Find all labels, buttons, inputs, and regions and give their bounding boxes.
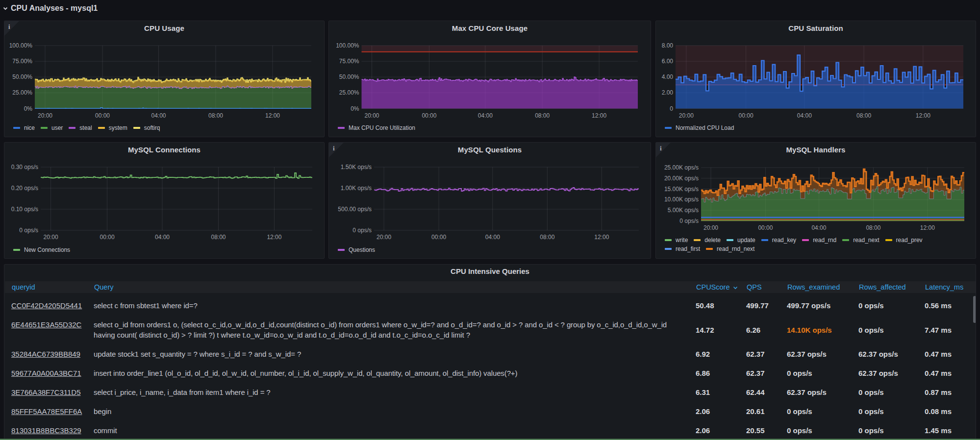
- svg-text:75.00%: 75.00%: [339, 58, 359, 65]
- svg-text:08:00: 08:00: [535, 112, 550, 119]
- svg-text:04:00: 04:00: [485, 234, 500, 241]
- svg-text:20:00: 20:00: [704, 224, 718, 231]
- svg-text:0 ops/s: 0 ops/s: [19, 227, 38, 234]
- svg-text:08:00: 08:00: [208, 112, 223, 119]
- svg-text:08:00: 08:00: [856, 112, 871, 119]
- svg-text:00:00: 00:00: [758, 224, 773, 231]
- svg-text:08:00: 08:00: [540, 234, 554, 241]
- svg-text:04:00: 04:00: [151, 112, 166, 119]
- svg-text:20:00: 20:00: [38, 112, 52, 119]
- svg-text:12:00: 12:00: [592, 112, 606, 119]
- svg-text:12:00: 12:00: [265, 112, 280, 119]
- svg-text:0 ops/s: 0 ops/s: [352, 227, 372, 234]
- svg-text:12:00: 12:00: [594, 234, 609, 241]
- svg-text:0.30 ops/s: 0.30 ops/s: [11, 164, 38, 171]
- svg-text:8.00: 8.00: [662, 42, 674, 49]
- svg-text:25.00%: 25.00%: [339, 89, 359, 96]
- svg-text:75.00%: 75.00%: [12, 58, 32, 65]
- svg-text:20.00K ops/s: 20.00K ops/s: [664, 175, 699, 182]
- svg-text:20:00: 20:00: [377, 234, 391, 241]
- svg-text:0 ops/s: 0 ops/s: [679, 218, 699, 224]
- svg-text:12:00: 12:00: [916, 112, 930, 119]
- svg-text:04:00: 04:00: [797, 112, 812, 119]
- svg-text:15.00K ops/s: 15.00K ops/s: [664, 186, 699, 193]
- svg-text:00:00: 00:00: [739, 112, 754, 119]
- svg-text:0.20 ops/s: 0.20 ops/s: [11, 185, 38, 192]
- svg-text:500.00 ops/s: 500.00 ops/s: [338, 206, 372, 213]
- svg-text:08:00: 08:00: [866, 224, 880, 231]
- svg-text:10.00K ops/s: 10.00K ops/s: [664, 196, 699, 203]
- svg-text:04:00: 04:00: [811, 224, 826, 231]
- svg-text:4.00: 4.00: [662, 73, 674, 80]
- svg-text:00:00: 00:00: [95, 112, 110, 119]
- svg-text:1.00K ops/s: 1.00K ops/s: [341, 185, 372, 192]
- svg-text:04:00: 04:00: [478, 112, 493, 119]
- svg-text:00:00: 00:00: [431, 234, 446, 241]
- svg-text:5.00K ops/s: 5.00K ops/s: [668, 207, 699, 214]
- svg-text:0%: 0%: [24, 105, 33, 112]
- svg-text:12:00: 12:00: [267, 234, 281, 241]
- svg-text:50.00%: 50.00%: [12, 73, 32, 80]
- svg-text:50.00%: 50.00%: [339, 73, 359, 80]
- svg-text:0.10 ops/s: 0.10 ops/s: [11, 206, 38, 213]
- svg-text:2.00: 2.00: [662, 89, 674, 96]
- svg-text:25.00%: 25.00%: [12, 89, 32, 96]
- svg-text:20:00: 20:00: [679, 112, 694, 119]
- svg-text:00:00: 00:00: [100, 234, 115, 241]
- svg-text:6.00: 6.00: [662, 58, 674, 65]
- svg-text:0%: 0%: [351, 105, 359, 112]
- svg-text:00:00: 00:00: [422, 112, 436, 119]
- svg-text:12:00: 12:00: [920, 224, 935, 231]
- svg-text:08:00: 08:00: [211, 234, 226, 241]
- svg-text:20:00: 20:00: [44, 234, 58, 241]
- svg-text:1.50K ops/s: 1.50K ops/s: [341, 164, 372, 171]
- svg-text:100.00%: 100.00%: [9, 42, 33, 49]
- svg-text:20:00: 20:00: [364, 112, 379, 119]
- svg-text:04:00: 04:00: [155, 234, 170, 241]
- svg-text:0: 0: [670, 105, 673, 112]
- svg-text:25.00K ops/s: 25.00K ops/s: [664, 164, 699, 171]
- svg-text:100.00%: 100.00%: [336, 42, 359, 49]
